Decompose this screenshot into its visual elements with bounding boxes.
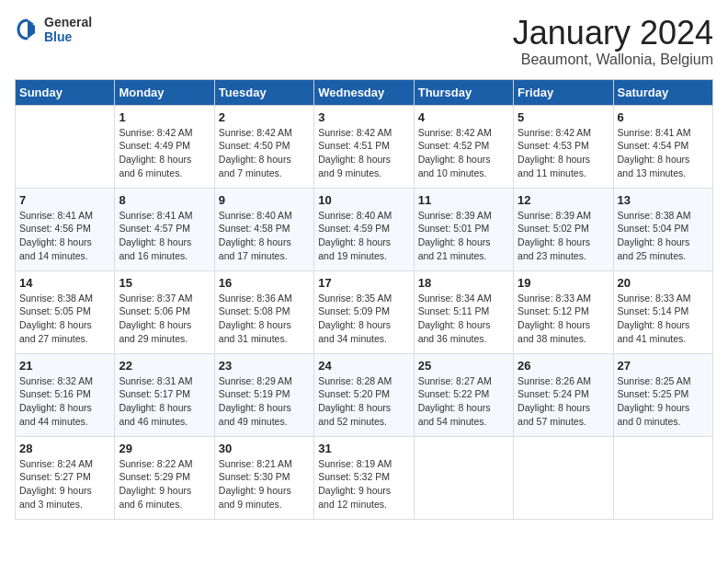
day-info: Sunrise: 8:32 AM Sunset: 5:16 PM Dayligh… xyxy=(19,374,110,429)
day-info: Sunrise: 8:31 AM Sunset: 5:17 PM Dayligh… xyxy=(119,374,210,429)
day-number: 12 xyxy=(518,193,609,207)
day-info: Sunrise: 8:39 AM Sunset: 5:02 PM Dayligh… xyxy=(518,209,609,263)
day-number: 8 xyxy=(119,193,210,207)
calendar-day-cell: 9Sunrise: 8:40 AM Sunset: 4:58 PM Daylig… xyxy=(214,188,313,270)
day-info: Sunrise: 8:36 AM Sunset: 5:08 PM Dayligh… xyxy=(219,292,310,346)
column-header-saturday: Saturday xyxy=(613,79,712,105)
calendar-day-cell: 30Sunrise: 8:21 AM Sunset: 5:30 PM Dayli… xyxy=(214,436,313,519)
day-info: Sunrise: 8:22 AM Sunset: 5:29 PM Dayligh… xyxy=(119,457,210,511)
calendar-day-cell: 26Sunrise: 8:26 AM Sunset: 5:24 PM Dayli… xyxy=(514,353,613,436)
column-header-thursday: Thursday xyxy=(414,79,513,105)
calendar-day-cell: 3Sunrise: 8:42 AM Sunset: 4:51 PM Daylig… xyxy=(314,105,414,188)
calendar-day-cell: 7Sunrise: 8:41 AM Sunset: 4:56 PM Daylig… xyxy=(16,188,115,270)
calendar-day-cell xyxy=(613,436,712,519)
logo: General Blue xyxy=(15,15,92,44)
day-info: Sunrise: 8:41 AM Sunset: 4:54 PM Dayligh… xyxy=(618,126,709,180)
day-number: 10 xyxy=(318,193,409,207)
calendar-week-row: 14Sunrise: 8:38 AM Sunset: 5:05 PM Dayli… xyxy=(16,270,713,353)
day-number: 6 xyxy=(618,110,709,124)
day-number: 9 xyxy=(219,193,310,207)
day-info: Sunrise: 8:42 AM Sunset: 4:51 PM Dayligh… xyxy=(318,126,409,180)
day-info: Sunrise: 8:19 AM Sunset: 5:32 PM Dayligh… xyxy=(318,457,409,511)
day-number: 31 xyxy=(318,442,409,455)
day-info: Sunrise: 8:39 AM Sunset: 5:01 PM Dayligh… xyxy=(418,209,509,263)
calendar-week-row: 21Sunrise: 8:32 AM Sunset: 5:16 PM Dayli… xyxy=(16,353,713,436)
day-number: 7 xyxy=(19,193,110,207)
day-info: Sunrise: 8:21 AM Sunset: 5:30 PM Dayligh… xyxy=(219,457,310,511)
calendar-day-cell: 23Sunrise: 8:29 AM Sunset: 5:19 PM Dayli… xyxy=(214,353,313,436)
logo-icon xyxy=(15,17,40,42)
day-number: 17 xyxy=(318,276,409,290)
calendar-day-cell: 31Sunrise: 8:19 AM Sunset: 5:32 PM Dayli… xyxy=(314,436,414,519)
calendar-week-row: 28Sunrise: 8:24 AM Sunset: 5:27 PM Dayli… xyxy=(16,436,713,519)
calendar-day-cell: 14Sunrise: 8:38 AM Sunset: 5:05 PM Dayli… xyxy=(16,270,115,353)
day-info: Sunrise: 8:42 AM Sunset: 4:52 PM Dayligh… xyxy=(418,126,509,180)
calendar-day-cell xyxy=(414,436,513,519)
calendar-day-cell: 28Sunrise: 8:24 AM Sunset: 5:27 PM Dayli… xyxy=(16,436,115,519)
day-info: Sunrise: 8:38 AM Sunset: 5:04 PM Dayligh… xyxy=(618,209,709,263)
day-info: Sunrise: 8:25 AM Sunset: 5:25 PM Dayligh… xyxy=(618,374,709,429)
day-info: Sunrise: 8:35 AM Sunset: 5:09 PM Dayligh… xyxy=(318,292,409,346)
day-info: Sunrise: 8:33 AM Sunset: 5:14 PM Dayligh… xyxy=(618,292,709,346)
day-number: 5 xyxy=(518,110,609,124)
day-info: Sunrise: 8:40 AM Sunset: 4:58 PM Dayligh… xyxy=(219,209,310,263)
day-number: 30 xyxy=(219,442,310,455)
day-number: 19 xyxy=(518,276,609,290)
page-header: General Blue January 2024 Beaumont, Wall… xyxy=(15,15,713,68)
day-number: 11 xyxy=(418,193,509,207)
calendar-day-cell: 8Sunrise: 8:41 AM Sunset: 4:57 PM Daylig… xyxy=(115,188,214,270)
calendar-day-cell: 13Sunrise: 8:38 AM Sunset: 5:04 PM Dayli… xyxy=(613,188,712,270)
calendar-day-cell: 15Sunrise: 8:37 AM Sunset: 5:06 PM Dayli… xyxy=(115,270,214,353)
calendar-day-cell: 6Sunrise: 8:41 AM Sunset: 4:54 PM Daylig… xyxy=(613,105,712,188)
month-title: January 2024 xyxy=(513,15,713,52)
day-number: 20 xyxy=(618,276,709,290)
location-subtitle: Beaumont, Wallonia, Belgium xyxy=(513,52,713,68)
calendar-day-cell: 24Sunrise: 8:28 AM Sunset: 5:20 PM Dayli… xyxy=(314,353,414,436)
day-info: Sunrise: 8:42 AM Sunset: 4:50 PM Dayligh… xyxy=(219,126,310,180)
day-info: Sunrise: 8:33 AM Sunset: 5:12 PM Dayligh… xyxy=(518,292,609,346)
day-info: Sunrise: 8:41 AM Sunset: 4:57 PM Dayligh… xyxy=(119,209,210,263)
calendar-day-cell: 1Sunrise: 8:42 AM Sunset: 4:49 PM Daylig… xyxy=(115,105,214,188)
calendar-day-cell xyxy=(514,436,613,519)
day-info: Sunrise: 8:29 AM Sunset: 5:19 PM Dayligh… xyxy=(219,374,310,429)
day-number: 24 xyxy=(318,359,409,373)
calendar-day-cell: 25Sunrise: 8:27 AM Sunset: 5:22 PM Dayli… xyxy=(414,353,513,436)
day-number: 1 xyxy=(119,110,210,124)
day-number: 27 xyxy=(618,359,709,373)
calendar-day-cell: 22Sunrise: 8:31 AM Sunset: 5:17 PM Dayli… xyxy=(115,353,214,436)
day-info: Sunrise: 8:42 AM Sunset: 4:53 PM Dayligh… xyxy=(518,126,609,180)
day-number: 3 xyxy=(318,110,409,124)
day-number: 26 xyxy=(518,359,609,373)
calendar-day-cell: 4Sunrise: 8:42 AM Sunset: 4:52 PM Daylig… xyxy=(414,105,513,188)
calendar-day-cell: 2Sunrise: 8:42 AM Sunset: 4:50 PM Daylig… xyxy=(214,105,313,188)
day-info: Sunrise: 8:42 AM Sunset: 4:49 PM Dayligh… xyxy=(119,126,210,180)
day-info: Sunrise: 8:40 AM Sunset: 4:59 PM Dayligh… xyxy=(318,209,409,263)
day-info: Sunrise: 8:27 AM Sunset: 5:22 PM Dayligh… xyxy=(418,374,509,429)
calendar-day-cell: 29Sunrise: 8:22 AM Sunset: 5:29 PM Dayli… xyxy=(115,436,214,519)
calendar-day-cell: 12Sunrise: 8:39 AM Sunset: 5:02 PM Dayli… xyxy=(514,188,613,270)
column-header-sunday: Sunday xyxy=(16,79,115,105)
day-number: 25 xyxy=(418,359,509,373)
day-number: 18 xyxy=(418,276,509,290)
calendar-day-cell: 21Sunrise: 8:32 AM Sunset: 5:16 PM Dayli… xyxy=(16,353,115,436)
day-info: Sunrise: 8:34 AM Sunset: 5:11 PM Dayligh… xyxy=(418,292,509,346)
calendar-day-cell: 19Sunrise: 8:33 AM Sunset: 5:12 PM Dayli… xyxy=(514,270,613,353)
day-number: 14 xyxy=(19,276,110,290)
day-info: Sunrise: 8:28 AM Sunset: 5:20 PM Dayligh… xyxy=(318,374,409,429)
logo-text: General Blue xyxy=(44,15,92,44)
title-block: January 2024 Beaumont, Wallonia, Belgium xyxy=(513,15,713,68)
calendar-week-row: 7Sunrise: 8:41 AM Sunset: 4:56 PM Daylig… xyxy=(16,188,713,270)
column-header-friday: Friday xyxy=(514,79,613,105)
calendar-day-cell xyxy=(16,105,115,188)
day-number: 29 xyxy=(119,442,210,455)
day-info: Sunrise: 8:41 AM Sunset: 4:56 PM Dayligh… xyxy=(19,209,110,263)
day-info: Sunrise: 8:26 AM Sunset: 5:24 PM Dayligh… xyxy=(518,374,609,429)
day-number: 13 xyxy=(618,193,709,207)
day-info: Sunrise: 8:37 AM Sunset: 5:06 PM Dayligh… xyxy=(119,292,210,346)
calendar-day-cell: 17Sunrise: 8:35 AM Sunset: 5:09 PM Dayli… xyxy=(314,270,414,353)
day-number: 23 xyxy=(219,359,310,373)
calendar-day-cell: 10Sunrise: 8:40 AM Sunset: 4:59 PM Dayli… xyxy=(314,188,414,270)
day-info: Sunrise: 8:38 AM Sunset: 5:05 PM Dayligh… xyxy=(19,292,110,346)
day-info: Sunrise: 8:24 AM Sunset: 5:27 PM Dayligh… xyxy=(19,457,110,511)
calendar-day-cell: 16Sunrise: 8:36 AM Sunset: 5:08 PM Dayli… xyxy=(214,270,313,353)
